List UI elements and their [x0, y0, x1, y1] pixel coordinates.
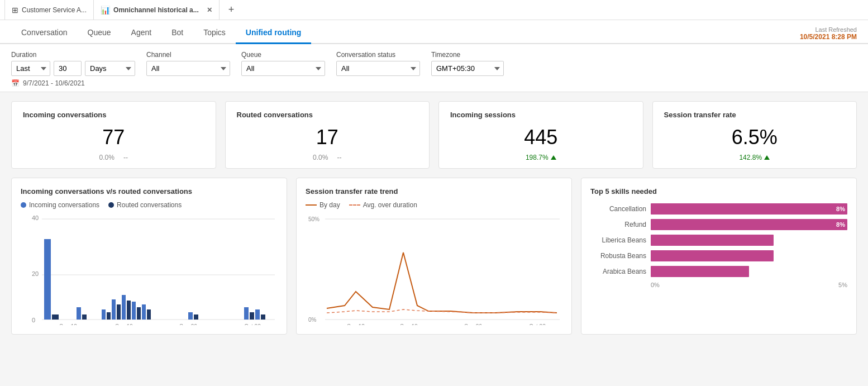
skill-row-liberica: Liberica Beans 5% — [590, 235, 847, 246]
queue-filter: Queue All — [241, 51, 325, 76]
skills-chart: Cancellation 8% Refund 8% Liberica Beans — [590, 201, 847, 290]
bar-routed-sep20 — [147, 309, 151, 320]
timezone-filter: Timezone GMT+05:30 — [431, 51, 504, 76]
skill-bar-arabica: 4% — [651, 266, 847, 277]
trend-up-icon-transfer — [764, 155, 770, 160]
skill-bar-liberica: 5% — [651, 235, 847, 246]
tab-bar: ⊞ Customer Service A... 📊 Omnichannel hi… — [0, 0, 868, 20]
skill-bar-cancellation: 8% — [651, 203, 847, 215]
kpi-sub-1: 0.0% -- — [23, 154, 204, 161]
bar-incoming-oct03 — [255, 309, 260, 320]
nav-tab-queue[interactable]: Queue — [78, 20, 121, 44]
svg-text:Oct 03: Oct 03 — [529, 323, 546, 325]
bar-incoming-sep18 — [122, 295, 126, 320]
nav-tab-unified-routing[interactable]: Unified routing — [236, 20, 312, 44]
svg-text:Sep 19: Sep 19 — [400, 323, 418, 325]
duration-preset-select[interactable]: Last — [11, 61, 50, 76]
svg-text:20: 20 — [32, 270, 39, 277]
filter-row: Duration Last Days Channel All Queue All — [11, 51, 857, 76]
legend-incoming: Incoming conversations — [21, 201, 99, 209]
svg-text:Sep 12: Sep 12 — [59, 323, 77, 325]
bar-incoming-sep20 — [142, 304, 146, 320]
line-chart-svg: 50% 0% Sep 12 Sep 19 Sep 26 Oct 03 — [306, 213, 562, 325]
skill-row-cancellation: Cancellation 8% — [590, 203, 847, 215]
legend-by-day-line — [306, 204, 317, 206]
duration-filter: Duration Last Days — [11, 51, 135, 76]
bar-chart-card: Incoming conversations v/s routed conver… — [11, 178, 287, 335]
nav-tab-conversation[interactable]: Conversation — [11, 20, 78, 44]
kpi-incoming-sessions: Incoming sessions 445 198.7% — [438, 101, 643, 169]
skill-row-arabica: Arabica Beans 4% — [590, 266, 847, 277]
legend-avg-duration: Avg. over duration — [349, 201, 417, 209]
kpi-session-transfer-rate: Session transfer rate 6.5% 142.8% — [652, 101, 857, 169]
nav-tab-topics[interactable]: Topics — [193, 20, 236, 44]
channel-filter: Channel All — [146, 51, 230, 76]
line-by-day — [327, 252, 557, 313]
kpi-sub-4: 142.8% — [664, 154, 846, 161]
bar-chart-svg: 40 20 0 — [21, 213, 278, 325]
tab-close-button[interactable]: ✕ — [207, 6, 212, 14]
bar-routed-sep5 — [52, 314, 59, 320]
bar-routed-oct02 — [250, 312, 254, 320]
skill-row-robusta: Robusta Beans 5% — [590, 250, 847, 261]
skill-bar-refund: 8% — [651, 219, 847, 230]
legend-routed-dot — [108, 202, 114, 208]
bar-routed-sep12a — [82, 314, 87, 320]
bar-routed-sep17 — [117, 304, 121, 320]
skill-bar-robusta: 5% — [651, 250, 847, 261]
channel-select[interactable]: All — [146, 61, 230, 76]
nav-tab-agent[interactable]: Agent — [121, 20, 162, 44]
duration-controls: Last Days — [11, 61, 135, 76]
calendar-icon: 📅 — [11, 79, 20, 87]
bar-routed-sep19 — [137, 307, 141, 320]
skills-x-axis: 0% 5% — [590, 282, 847, 288]
date-range: 📅 9/7/2021 - 10/6/2021 — [11, 79, 857, 87]
chart-icon: 📊 — [101, 6, 110, 15]
bar-incoming-oct02 — [244, 307, 249, 320]
timezone-select[interactable]: GMT+05:30 — [431, 61, 504, 76]
svg-text:40: 40 — [32, 215, 39, 221]
skill-row-refund: Refund 8% — [590, 219, 847, 230]
skills-chart-card: Top 5 skills needed Cancellation 8% Refu… — [581, 178, 857, 335]
tab-csa-label: Customer Service A... — [22, 6, 87, 14]
tab-csa[interactable]: ⊞ Customer Service A... — [4, 0, 94, 20]
kpi-sub-3: 198.7% — [450, 154, 632, 161]
bar-incoming-sep12a — [77, 307, 81, 320]
bar-routed-sep26 — [194, 314, 198, 320]
duration-value-input[interactable] — [54, 61, 82, 76]
bar-routed-sep18 — [127, 301, 131, 320]
line-chart-area: 50% 0% Sep 12 Sep 19 Sep 26 Oct 03 — [306, 213, 562, 325]
bar-incoming-sep16 — [102, 309, 106, 320]
svg-text:Sep 19: Sep 19 — [115, 323, 133, 325]
tab-omni-label: Omnichannel historical a... — [113, 6, 199, 14]
legend-avg-dashed — [349, 204, 360, 206]
nav-tab-bot[interactable]: Bot — [161, 20, 193, 44]
duration-unit-select[interactable]: Days — [85, 61, 135, 76]
bar-incoming-sep26 — [188, 312, 193, 320]
kpi-row: Incoming conversations 77 0.0% -- Routed… — [0, 92, 868, 178]
kpi-routed-conversations: Routed conversations 17 0.0% -- — [225, 101, 430, 169]
conversation-status-select[interactable]: All — [336, 61, 420, 76]
bar-chart-area: 40 20 0 — [21, 213, 278, 325]
line-chart-legend: By day Avg. over duration — [306, 201, 562, 209]
bar-incoming-sep5 — [44, 239, 51, 320]
svg-text:Sep 26: Sep 26 — [179, 323, 197, 325]
queue-select[interactable]: All — [241, 61, 325, 76]
svg-text:Sep 26: Sep 26 — [464, 323, 482, 325]
tab-omni[interactable]: 📊 Omnichannel historical a... ✕ — [94, 0, 220, 20]
svg-text:Oct 03: Oct 03 — [244, 323, 261, 325]
charts-row: Incoming conversations v/s routed conver… — [0, 178, 868, 344]
last-refreshed: Last Refreshed 10/5/2021 8:28 PM — [800, 22, 857, 43]
legend-routed: Routed conversations — [108, 201, 182, 209]
trend-up-icon-sessions — [551, 155, 556, 160]
nav-tabs: Conversation Queue Agent Bot Topics Unif… — [11, 20, 311, 43]
filters-bar: Duration Last Days Channel All Queue All — [0, 44, 868, 92]
kpi-sub-2: 0.0% -- — [237, 154, 418, 161]
bar-chart-legend: Incoming conversations Routed conversati… — [21, 201, 278, 209]
line-chart-card: Session transfer rate trend By day Avg. … — [296, 178, 572, 335]
svg-text:Sep 12: Sep 12 — [347, 323, 365, 325]
conversation-status-filter: Conversation status All — [336, 51, 420, 76]
bar-incoming-sep17 — [112, 299, 116, 320]
legend-by-day: By day — [306, 201, 340, 209]
new-tab-button[interactable]: + — [224, 4, 239, 16]
